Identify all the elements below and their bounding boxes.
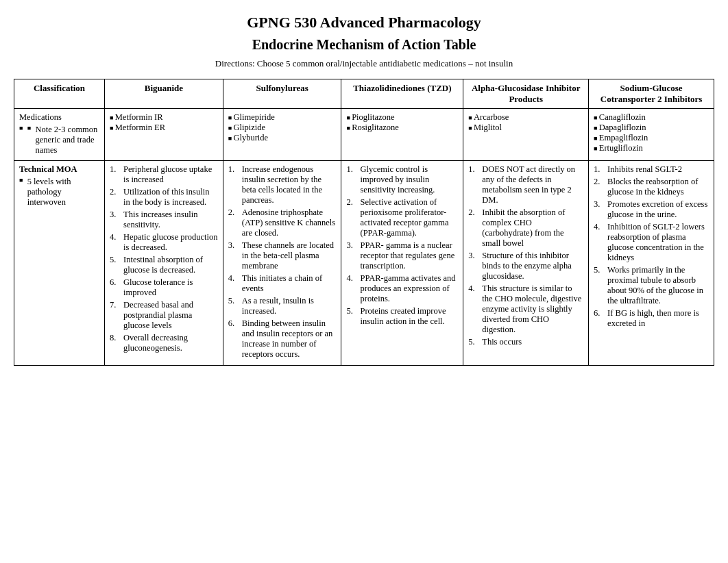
header-classification: Classification bbox=[14, 79, 105, 109]
list-item: Selective activation of perioxisome prol… bbox=[346, 197, 458, 238]
sulfonylureas-med-list: Glimepiride Glipizide Glyburide bbox=[228, 112, 337, 143]
alpha-tech-list: DOES NOT act directly on any of the defe… bbox=[468, 164, 583, 347]
biguanide-tech-list: Peripheral glucose uptake is increased U… bbox=[110, 164, 218, 353]
medications-label: Medications bbox=[19, 112, 99, 123]
list-item: Intestinal absorption of glucose is decr… bbox=[110, 255, 218, 275]
list-item: Glipizide bbox=[228, 123, 337, 133]
technical-label: Technical MOA bbox=[19, 164, 99, 175]
list-item: PPAR-gamma activates and produces an exp… bbox=[346, 273, 458, 304]
biguanide-medications: Metformin IR Metformin ER bbox=[105, 109, 223, 161]
alpha-medications: Arcarbose Miglitol bbox=[463, 109, 589, 161]
classification-medications: Medications ■ Note 2-3 common generic an… bbox=[14, 109, 105, 161]
medications-note-text: Note 2-3 common generic and trade names bbox=[35, 125, 99, 155]
tzd-medications: Pioglitazone Rosiglitazone bbox=[341, 109, 463, 161]
list-item: Ertugliflozin bbox=[594, 143, 709, 153]
list-item: Inhibition of SGLT-2 lowers reabsorption… bbox=[594, 222, 709, 263]
list-item: Metformin ER bbox=[110, 123, 218, 133]
header-biguanide: Biguanide bbox=[105, 79, 223, 109]
list-item: Adenosine triphosphate (ATP) sensitive K… bbox=[228, 208, 337, 238]
tzd-technical: Glycemic control is improved by insulin … bbox=[341, 161, 463, 366]
list-item: Dapagliflozin bbox=[594, 123, 709, 133]
main-table: Classification Biguanide Sulfonylureas T… bbox=[14, 79, 714, 366]
sulfonylureas-tech-list: Increase endogenous insulin secretion by… bbox=[228, 164, 337, 360]
list-item: Arcarbose bbox=[468, 112, 583, 123]
list-item: These channels are located in the beta-c… bbox=[228, 240, 337, 271]
list-item: Decreased basal and postprandial plasma … bbox=[110, 300, 218, 331]
directions: Directions: Choose 5 common oral/injecta… bbox=[14, 58, 714, 69]
list-item: Hepatic glucose production is decreased. bbox=[110, 232, 218, 253]
list-item: Miglitol bbox=[468, 123, 583, 133]
biguanide-med-list: Metformin IR Metformin ER bbox=[110, 112, 218, 133]
medications-row: Medications ■ Note 2-3 common generic an… bbox=[14, 109, 714, 161]
sglt2-tech-list: Inhibits renal SGLT-2 Blocks the reabsor… bbox=[594, 164, 709, 329]
list-item: Overall decreasing gluconeogenesis. bbox=[110, 333, 218, 353]
sulfonylureas-technical: Increase endogenous insulin secretion by… bbox=[223, 161, 341, 366]
sglt2-med-list: Canagliflozin Dapagliflozin Empagliflozi… bbox=[594, 112, 709, 153]
classification-technical: Technical MOA ■ 5 levels with pathology … bbox=[14, 161, 105, 366]
list-item: This increases insulin sensitivity. bbox=[110, 210, 218, 230]
technical-sub: ■ 5 levels with pathology interwoven bbox=[19, 177, 99, 208]
header-alpha: Alpha-Glucosidase Inhibitor Products bbox=[463, 79, 589, 109]
page: GPNG 530 Advanced Pharmacology Endocrine… bbox=[14, 14, 714, 366]
list-item: Glyburide bbox=[228, 133, 337, 143]
list-item: Blocks the reabsorption of glucose in th… bbox=[594, 177, 709, 197]
alpha-med-list: Arcarbose Miglitol bbox=[468, 112, 583, 133]
header-tzd: Thiazolidinediones (TZD) bbox=[341, 79, 463, 109]
list-item: Metformin IR bbox=[110, 112, 218, 123]
list-item: Utilization of this insulin in the body … bbox=[110, 187, 218, 208]
tzd-med-list: Pioglitazone Rosiglitazone bbox=[346, 112, 458, 133]
list-item: Increase endogenous insulin secretion by… bbox=[228, 164, 337, 205]
medications-note: ■ Note 2-3 common generic and trade name… bbox=[19, 125, 99, 155]
list-item: This occurs bbox=[468, 337, 583, 347]
tzd-tech-list: Glycemic control is improved by insulin … bbox=[346, 164, 458, 327]
list-item: Rosiglitazone bbox=[346, 123, 458, 133]
list-item: Pioglitazone bbox=[346, 112, 458, 123]
list-item: PPAR- gamma is a nuclear receptor that r… bbox=[346, 240, 458, 271]
list-item: Binding between insulin and insulin rece… bbox=[228, 318, 337, 360]
list-item: Empagliflozin bbox=[594, 133, 709, 143]
technical-row: Technical MOA ■ 5 levels with pathology … bbox=[14, 161, 714, 366]
list-item: Inhibit the absorption of complex CHO (c… bbox=[468, 208, 583, 249]
list-item: This initiates a chain of events bbox=[228, 273, 337, 294]
list-item: Glimepiride bbox=[228, 112, 337, 123]
biguanide-technical: Peripheral glucose uptake is increased U… bbox=[105, 161, 223, 366]
header-sglt2: Sodium-Glucose Cotransporter 2 Inhibitor… bbox=[589, 79, 714, 109]
list-item: Glucose tolerance is improved bbox=[110, 277, 218, 298]
list-item: Inhibits renal SGLT-2 bbox=[594, 164, 709, 175]
list-item: Canagliflozin bbox=[594, 112, 709, 123]
list-item: Peripheral glucose uptake is increased bbox=[110, 164, 218, 185]
list-item: Promotes excretion of excess glucose in … bbox=[594, 199, 709, 220]
list-item: Glycemic control is improved by insulin … bbox=[346, 164, 458, 195]
sglt2-medications: Canagliflozin Dapagliflozin Empagliflozi… bbox=[589, 109, 714, 161]
header-sulfonylureas: Sulfonylureas bbox=[223, 79, 341, 109]
list-item: Proteins created improve insulin action … bbox=[346, 306, 458, 327]
list-item: As a result, insulin is increased. bbox=[228, 296, 337, 316]
main-title: GPNG 530 Advanced Pharmacology bbox=[14, 14, 714, 32]
sulfonylureas-medications: Glimepiride Glipizide Glyburide bbox=[223, 109, 341, 161]
list-item: DOES NOT act directly on any of the defe… bbox=[468, 164, 583, 205]
list-item: This structure is similar to the CHO mol… bbox=[468, 284, 583, 335]
technical-sub-text: 5 levels with pathology interwoven bbox=[27, 177, 99, 208]
sglt2-technical: Inhibits renal SGLT-2 Blocks the reabsor… bbox=[589, 161, 714, 366]
list-item: Structure of this inhibitor binds to the… bbox=[468, 251, 583, 282]
list-item: If BG is high, then more is excreted in bbox=[594, 308, 709, 329]
sub-title: Endocrine Mechanism of Action Table bbox=[14, 37, 714, 53]
alpha-technical: DOES NOT act directly on any of the defe… bbox=[463, 161, 589, 366]
list-item: Works primarily in the proximal tubule t… bbox=[594, 265, 709, 306]
